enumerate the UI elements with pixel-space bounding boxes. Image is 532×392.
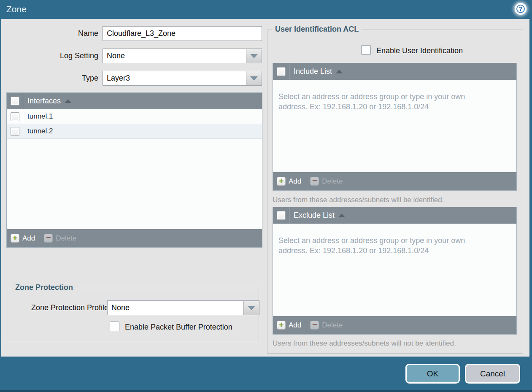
- add-button[interactable]: + Add: [277, 177, 301, 186]
- type-dropdown-button[interactable]: [246, 71, 262, 85]
- type-select[interactable]: Layer3: [103, 71, 262, 86]
- include-list-toolbar: + Add − Delete: [273, 172, 516, 190]
- exclude-list-column-header[interactable]: Exclude List: [289, 211, 335, 220]
- table-row[interactable]: tunnel.1: [7, 109, 262, 124]
- delete-button[interactable]: − Delete: [44, 234, 76, 243]
- dropdown-arrow-icon: [250, 76, 258, 81]
- delete-minus-icon: −: [310, 177, 319, 186]
- add-plus-icon: +: [277, 177, 286, 186]
- include-list-column-header[interactable]: Include List: [289, 67, 332, 76]
- interfaces-column-header[interactable]: Interfaces: [23, 97, 61, 105]
- log-setting-dropdown-button[interactable]: [246, 49, 262, 63]
- include-list-header: Include List: [273, 63, 516, 80]
- sort-ascending-icon[interactable]: [65, 99, 71, 103]
- enable-user-identification-label: Enable User Identification: [376, 46, 463, 55]
- delete-button-label: Delete: [322, 321, 343, 330]
- zone-protection-profile-select[interactable]: None: [107, 300, 259, 315]
- packet-buffer-protection-checkbox[interactable]: [110, 322, 119, 331]
- interfaces-table-body: tunnel.1 tunnel.2: [7, 109, 262, 229]
- interface-name: tunnel.2: [23, 127, 53, 135]
- dropdown-arrow-icon: [248, 306, 255, 310]
- dropdown-arrow-icon: [250, 54, 258, 58]
- interface-name: tunnel.1: [23, 112, 53, 121]
- zone-protection-legend: Zone Protection: [12, 283, 76, 292]
- interfaces-table: Interfaces tunnel.1 tunnel.2: [6, 92, 262, 248]
- zone-protection-profile-label: Zone Protection Profile: [11, 303, 108, 312]
- header-checkbox-cell: [7, 93, 23, 109]
- include-list-placeholder: Select an address or address group or ty…: [273, 80, 484, 112]
- log-setting-value: None: [103, 49, 246, 63]
- packet-buffer-protection-label: Enable Packet Buffer Protection: [125, 323, 232, 332]
- enable-user-identification-checkbox[interactable]: [361, 45, 371, 55]
- type-value: Layer3: [103, 71, 246, 85]
- row-checkbox-cell: [7, 109, 23, 124]
- add-button-label: Add: [289, 177, 301, 186]
- delete-button[interactable]: − Delete: [310, 321, 343, 330]
- include-list-table: Include List Select an address or addres…: [273, 63, 517, 191]
- dialog-title: Zone: [6, 4, 27, 14]
- exclude-select-all-checkbox[interactable]: [277, 211, 286, 220]
- add-plus-icon: +: [11, 234, 19, 243]
- row-checkbox[interactable]: [11, 112, 19, 121]
- ok-button[interactable]: OK: [405, 364, 460, 384]
- exclude-list-body[interactable]: Select an address or address group or ty…: [273, 224, 516, 316]
- interfaces-table-toolbar: + Add − Delete: [7, 229, 262, 247]
- name-input[interactable]: [103, 26, 262, 41]
- include-list-caption: Users from these addresses/subnets will …: [273, 196, 444, 204]
- dialog-content: Name Log Setting None Type Layer3 Interf…: [1, 19, 529, 357]
- delete-button[interactable]: − Delete: [310, 177, 343, 186]
- table-row[interactable]: tunnel.2: [7, 124, 262, 139]
- zone-dialog: Zone ? Name Log Setting None Type Layer3: [0, 0, 532, 392]
- add-button-label: Add: [22, 234, 35, 243]
- header-checkbox-cell: [273, 63, 289, 80]
- add-button-label: Add: [289, 321, 301, 330]
- zone-protection-profile-value: None: [108, 301, 243, 315]
- exclude-list-caption: Users from these addresses/subnets will …: [273, 339, 456, 348]
- delete-minus-icon: −: [44, 234, 53, 243]
- cancel-button[interactable]: Cancel: [465, 364, 520, 384]
- delete-button-label: Delete: [322, 177, 343, 186]
- exclude-list-header: Exclude List: [273, 207, 516, 224]
- zone-protection-fieldset: Zone Protection Zone Protection Profile …: [6, 288, 259, 342]
- exclude-list-table: Exclude List Select an address or addres…: [273, 207, 517, 335]
- help-button[interactable]: ?: [515, 3, 527, 15]
- delete-button-label: Delete: [56, 234, 76, 243]
- sort-ascending-icon[interactable]: [336, 70, 343, 73]
- interfaces-table-header: Interfaces: [7, 93, 262, 109]
- user-id-acl-fieldset: User Identification ACL Enable User Iden…: [267, 30, 523, 354]
- exclude-list-toolbar: + Add − Delete: [273, 316, 516, 334]
- include-select-all-checkbox[interactable]: [277, 67, 286, 76]
- exclude-list-placeholder: Select an address or address group or ty…: [273, 224, 484, 256]
- row-checkbox-cell: [7, 124, 23, 138]
- sort-ascending-icon[interactable]: [338, 214, 345, 217]
- add-button[interactable]: + Add: [11, 234, 35, 243]
- add-button[interactable]: + Add: [277, 321, 301, 330]
- interfaces-select-all-checkbox[interactable]: [11, 97, 19, 105]
- type-label: Type: [1, 74, 98, 83]
- name-label: Name: [1, 29, 98, 38]
- zone-protection-dropdown-button[interactable]: [243, 301, 259, 315]
- row-checkbox[interactable]: [11, 127, 19, 136]
- dialog-bottom-edge: [0, 390, 532, 392]
- header-checkbox-cell: [273, 207, 289, 224]
- delete-minus-icon: −: [310, 321, 319, 330]
- user-id-acl-legend: User Identification ACL: [272, 25, 362, 34]
- log-setting-label: Log Setting: [1, 51, 98, 60]
- add-plus-icon: +: [277, 321, 286, 330]
- dialog-titlebar: Zone ?: [0, 0, 532, 19]
- help-icon: ?: [516, 5, 525, 13]
- log-setting-select[interactable]: None: [103, 49, 262, 63]
- include-list-body[interactable]: Select an address or address group or ty…: [273, 80, 516, 172]
